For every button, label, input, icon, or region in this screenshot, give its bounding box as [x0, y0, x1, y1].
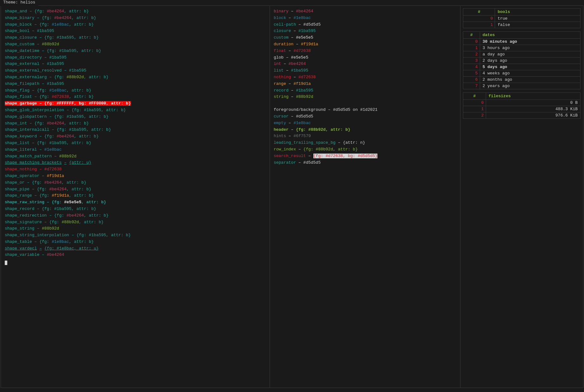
filesize-value: 976.6 KiB	[486, 112, 580, 119]
table-row: 2 a day ago	[463, 51, 581, 58]
list-item: range – #f19d1a	[274, 81, 457, 87]
list-item: custom – #e5e5e5	[274, 35, 457, 41]
list-item: shape_internalcall – {fg: #1ba595, attr:…	[5, 127, 266, 133]
list-item: shape_string_interpolation – {fg: #1ba59…	[5, 232, 266, 239]
filesize-value: 0 B	[486, 100, 580, 106]
date-value: 2 years ago	[480, 83, 580, 89]
list-item: shape_literal – #1e8bac	[5, 147, 266, 153]
list-item: shape_operator – #f19d1a	[5, 173, 266, 180]
list-item: header – {fg: #88b92d, attr: b}	[274, 127, 457, 133]
title-bar: Theme: helios	[0, 0, 584, 5]
table-row: 1 false	[463, 22, 581, 28]
filesizes-table: # filesizes 0 0 B 1 488.3 KiB 2 976.6 Ki…	[463, 92, 581, 119]
list-item: shape_vardecl – {fg: #1e8bac, attr: u}	[5, 245, 266, 252]
list-item: foreground/background – #d5d5d5 on #1d20…	[274, 107, 457, 113]
list-item: separator – #d5d5d5	[274, 160, 457, 166]
table-row: 0 true	[463, 16, 581, 22]
list-item: shape_external_resolved – #1ba595	[5, 67, 266, 74]
list-item: record – #1ba595	[274, 87, 457, 94]
row-index: 2	[463, 112, 486, 119]
list-item: shape_table – {fg: #1e8bac, attr: b}	[5, 239, 266, 245]
filesizes-index-header: #	[463, 93, 486, 100]
table-row: 2 976.6 KiB	[463, 112, 581, 119]
list-item: shape_string – #88b92d	[5, 225, 266, 232]
table-row: 0 0 B	[463, 100, 581, 106]
table-row: 4 5 days ago	[463, 64, 581, 70]
list-item: shape_record – {fg: #1ba595, attr: b}	[5, 206, 266, 212]
dates-index-header: #	[463, 32, 480, 39]
date-value: 4 weeks ago	[480, 70, 580, 77]
row-index: 2	[463, 51, 480, 58]
table-row: 6 2 months ago	[463, 77, 581, 83]
date-value: 3 hours ago	[480, 45, 580, 51]
list-item: shape_datetime – {fg: #1ba595, attr: b}	[5, 48, 266, 54]
list-item: shape_globpattern – {fg: #1ba595, attr: …	[5, 114, 266, 120]
list-item: nothing – #d72638	[274, 74, 457, 81]
list-item: float – #d72638	[274, 48, 457, 54]
right-column: # bools 0 true 1 false # dates	[460, 6, 583, 388]
filesize-value: 488.3 KiB	[486, 106, 580, 112]
table-row: 7 2 years ago	[463, 83, 581, 89]
main-container: shape_and – {fg: #be4264, attr: b} shape…	[1, 5, 583, 388]
list-item: list – #1ba595	[274, 67, 457, 74]
cursor-block	[5, 261, 7, 265]
list-item: duration – #f19d1a	[274, 41, 457, 48]
list-item: closure – #1ba595	[274, 28, 457, 35]
list-item: block – #1e8bac	[274, 15, 457, 22]
dates-table: # dates 0 30 minutes ago 1 3 hours ago 2…	[463, 31, 581, 89]
list-item: shape_or – {fg: #be4264, attr: b}	[5, 180, 266, 186]
row-index: 4	[463, 64, 480, 70]
bools-table: # bools 0 true 1 false	[463, 8, 581, 28]
row-index: 7	[463, 83, 480, 89]
table-row: 1 488.3 KiB	[463, 106, 581, 112]
list-item: shape_closure – {fg: #1ba595, attr: b}	[5, 35, 266, 41]
middle-column: binary – #be4264 block – #1e8bac cell-pa…	[270, 6, 461, 388]
row-index: 1	[463, 45, 480, 51]
date-value: 5 days ago	[480, 64, 580, 70]
list-item: shape_keyword – {fg: #be4264, attr: b}	[5, 133, 266, 140]
row-index: 0	[463, 100, 486, 106]
list-item: cursor – #d5d5d5	[274, 113, 457, 120]
list-item: string – #88b92d	[274, 94, 457, 100]
row-index: 1	[463, 106, 486, 112]
list-item: hints – #6f7579	[274, 133, 457, 140]
list-item: shape_externalarg – {fg: #88b92d, attr: …	[5, 74, 266, 81]
list-item: leading_trailing_space_bg – {attr: n}	[274, 140, 457, 146]
left-column: shape_and – {fg: #be4264, attr: b} shape…	[1, 6, 270, 388]
list-item: shape_raw_string – {fg: #e5e5e5, attr: b…	[5, 199, 266, 206]
list-item: empty – #1e8bac	[274, 120, 457, 127]
bool-value: false	[495, 22, 581, 28]
list-item: shape_pipe – {fg: #be4264, attr: b}	[5, 186, 266, 193]
list-item: cell-path – #d5d5d5	[274, 22, 457, 28]
title-label: Theme: helios	[0, 0, 38, 6]
list-item: row_index – {fg: #88b92d, attr: b}	[274, 146, 457, 153]
list-item: glob – #e5e5e5	[274, 54, 457, 61]
table-row: 3 2 days ago	[463, 58, 581, 64]
list-item: int – #be4264	[274, 61, 457, 67]
date-value: 2 days ago	[480, 58, 580, 64]
list-item: shape_glob_interpolation – {fg: #1ba595,…	[5, 107, 266, 114]
list-item: binary – #be4264	[274, 8, 457, 15]
list-item: shape_redirection – {fg: #be4264, attr: …	[5, 212, 266, 219]
date-value: 2 months ago	[480, 77, 580, 83]
dates-header: dates	[480, 32, 580, 39]
list-item: shape_variable – #be4264	[5, 252, 266, 258]
list-item: shape_binary – {fg: #be4264, attr: b}	[5, 15, 266, 22]
list-item: shape_int – {fg: #be4264, attr: b}	[5, 120, 266, 127]
list-item: shape_nothing – #d72638	[5, 166, 266, 173]
row-index: 5	[463, 70, 480, 77]
cursor	[5, 260, 266, 266]
list-item: shape_bool – #1ba595	[5, 28, 266, 35]
row-index: 0	[463, 16, 495, 22]
list-item: shape_directory – #1ba595	[5, 54, 266, 61]
row-index: 1	[463, 22, 495, 28]
bools-index-header: #	[463, 9, 495, 16]
row-index: 3	[463, 58, 480, 64]
list-item: shape_and – {fg: #be4264, attr: b}	[5, 8, 266, 15]
list-item: shape_matching_brackets – {attr: u}	[5, 160, 266, 166]
list-item: shape_flag – {fg: #1e8bac, attr: b}	[5, 87, 266, 94]
date-value: 30 minutes ago	[480, 39, 580, 45]
list-item: shape_float – {fg: #d72638, attr: b}	[5, 94, 266, 100]
table-row: 0 30 minutes ago	[463, 39, 581, 45]
table-row: 1 3 hours ago	[463, 45, 581, 51]
